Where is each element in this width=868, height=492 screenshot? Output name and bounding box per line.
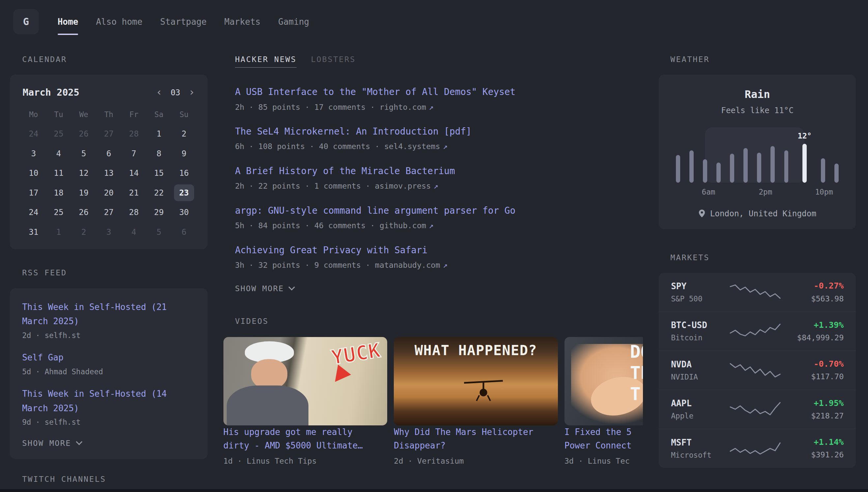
news-domain-link[interactable]: github.com <box>379 221 434 230</box>
market-identity: AAPL Apple <box>671 398 729 420</box>
market-price: $218.27 <box>782 411 844 420</box>
video-thumbnail[interactable]: YUCK <box>223 337 387 426</box>
news-title-link[interactable]: A Brief History of the Miracle Bacterium <box>235 166 643 176</box>
market-change: +1.95% <box>782 398 844 408</box>
news-item: The SeL4 Microkernel: An Introduction [p… <box>235 126 643 151</box>
news-list: A USB Interface to the "Mother of All De… <box>235 87 643 269</box>
markets-heading: MARKETS <box>670 253 856 262</box>
rss-item-link[interactable]: This Week in Self-Hosted (21 March 2025) <box>22 300 195 329</box>
market-row[interactable]: NVDA NVIDIA -0.70% $117.70 <box>659 350 856 390</box>
market-change: -0.70% <box>782 359 844 369</box>
app-logo[interactable]: G <box>13 9 38 34</box>
news-source-tab[interactable]: LOBSTERS <box>311 55 356 68</box>
video-title[interactable]: I Fixed the 5 Power Connect <box>564 425 643 452</box>
calendar-controls: ‹ 03 › <box>156 87 195 98</box>
helicopter-silhouette <box>463 376 504 403</box>
video-title[interactable]: Why Did The Mars Helicopter Disappear? <box>394 425 558 452</box>
nav-tab[interactable]: Gaming <box>278 0 309 43</box>
calendar-day: 17 <box>24 184 44 201</box>
rss-item-link[interactable]: This Week in Self-Hosted (14 March 2025) <box>22 387 195 416</box>
thumbnail-overlay-text: YUCK <box>330 338 382 369</box>
rss-show-more-button[interactable]: SHOW MORE <box>22 439 195 448</box>
calendar-day: 26 <box>74 125 94 142</box>
video-title[interactable]: His upgrade got me really dirty - AMD $5… <box>223 425 387 452</box>
weather-time-label: 2pm <box>759 188 772 196</box>
calendar-day: 31 <box>24 224 44 240</box>
market-row[interactable]: MSFT Microsoft +1.14% $391.26 <box>659 429 856 468</box>
news-domain-link[interactable]: sel4.systems <box>384 142 448 151</box>
calendar-day: 14 <box>124 165 144 181</box>
market-row[interactable]: BTC-USD Bitcoin +1.39% $84,999.29 <box>659 312 856 350</box>
calendar-day: 24 <box>24 204 44 221</box>
calendar-day: 5 <box>149 224 169 240</box>
news-domain-link[interactable]: righto.com <box>379 102 434 112</box>
calendar-weekday: Tu <box>46 110 71 119</box>
calendar-day-grid: 2425262728123456789101112131415161718192… <box>21 125 197 240</box>
videos-row: YUCK His upgrade got me really dirty - A… <box>223 337 643 466</box>
calendar-day: 22 <box>149 184 169 201</box>
calendar-day: 23 <box>174 184 194 201</box>
weather-hour-bar <box>834 164 839 182</box>
calendar-day: 20 <box>99 184 119 201</box>
market-row[interactable]: SPY S&P 500 -0.27% $563.98 <box>659 273 856 311</box>
calendar-widget: March 2025 ‹ 03 › MoTuWeThFrSaSu 2425262… <box>10 75 208 249</box>
left-column: CALENDAR March 2025 ‹ 03 › MoTuWeThFrSaS… <box>10 43 208 484</box>
calendar-day: 26 <box>74 204 94 221</box>
calendar-prev-button[interactable]: ‹ <box>156 87 162 98</box>
video-thumbnail[interactable]: WHAT HAPPENED? <box>394 337 558 426</box>
market-sparkline <box>729 399 782 420</box>
news-title-link[interactable]: A USB Interface to the "Mother of All De… <box>235 87 643 97</box>
calendar-day: 1 <box>149 125 169 142</box>
nav-tab[interactable]: Markets <box>225 0 261 43</box>
news-title-link[interactable]: Achieving Great Privacy with Safari <box>235 245 643 255</box>
calendar-next-button[interactable]: › <box>188 87 195 98</box>
market-symbol: SPY <box>671 281 729 291</box>
market-name: Microsoft <box>671 451 729 459</box>
weather-bar <box>821 158 825 183</box>
news-domain-link[interactable]: matanabudy.com <box>375 261 448 270</box>
market-quote: -0.70% $117.70 <box>782 359 844 381</box>
market-change: +1.39% <box>782 320 844 330</box>
weather-bar <box>770 146 775 183</box>
market-identity: NVDA NVIDIA <box>671 360 729 381</box>
market-sparkline <box>729 360 782 381</box>
nav-tab[interactable]: Also home <box>96 0 142 43</box>
calendar-day: 21 <box>124 184 144 201</box>
news-title-link[interactable]: The SeL4 Microkernel: An Introduction [p… <box>235 126 643 137</box>
calendar-day: 6 <box>174 224 194 240</box>
calendar-day: 27 <box>99 204 119 221</box>
rss-item-link[interactable]: Self Gap <box>22 350 195 365</box>
news-domain-link[interactable]: asimov.press <box>375 181 438 191</box>
market-identity: BTC-USD Bitcoin <box>671 320 729 342</box>
calendar-day: 11 <box>49 165 69 181</box>
chevron-down-icon <box>288 284 295 291</box>
calendar-weekday: Su <box>172 110 196 119</box>
rss-heading: RSS FEED <box>22 268 208 277</box>
nav-tab[interactable]: Home <box>58 0 78 43</box>
calendar-day: 3 <box>99 224 119 240</box>
news-show-more-button[interactable]: SHOW MORE <box>235 284 643 293</box>
calendar-day: 1 <box>49 224 69 240</box>
calendar-day: 4 <box>49 145 69 162</box>
market-sparkline <box>729 321 782 342</box>
twitch-heading: TWITCH CHANNELS <box>22 474 208 484</box>
calendar-day: 25 <box>49 204 69 221</box>
news-source-tab[interactable]: HACKER NEWS <box>235 55 296 68</box>
market-sparkline <box>729 281 782 303</box>
thumbnail-overlay-text: DO TH T <box>630 341 643 404</box>
weather-hour-bar <box>821 158 825 183</box>
weather-bar <box>703 159 707 183</box>
calendar-day: 6 <box>99 145 119 162</box>
video-thumbnail[interactable]: DO TH T <box>564 337 643 426</box>
weather-bar <box>743 148 748 182</box>
market-quote: -0.27% $563.98 <box>782 281 844 303</box>
nav-tab[interactable]: Startpage <box>160 0 207 43</box>
weather-hour-bar <box>703 159 707 183</box>
news-meta: 6h · 108 points · 40 comments · sel4.sys… <box>235 142 643 151</box>
dashboard: CALENDAR March 2025 ‹ 03 › MoTuWeThFrSaS… <box>0 43 868 484</box>
market-row[interactable]: AAPL Apple +1.95% $218.27 <box>659 390 856 429</box>
market-price: $391.26 <box>782 450 844 459</box>
calendar-weekday-row: MoTuWeThFrSaSu <box>21 110 197 119</box>
news-title-link[interactable]: argp: GNU-style command line argument pa… <box>235 205 643 216</box>
weather-hour-bar <box>689 150 694 182</box>
